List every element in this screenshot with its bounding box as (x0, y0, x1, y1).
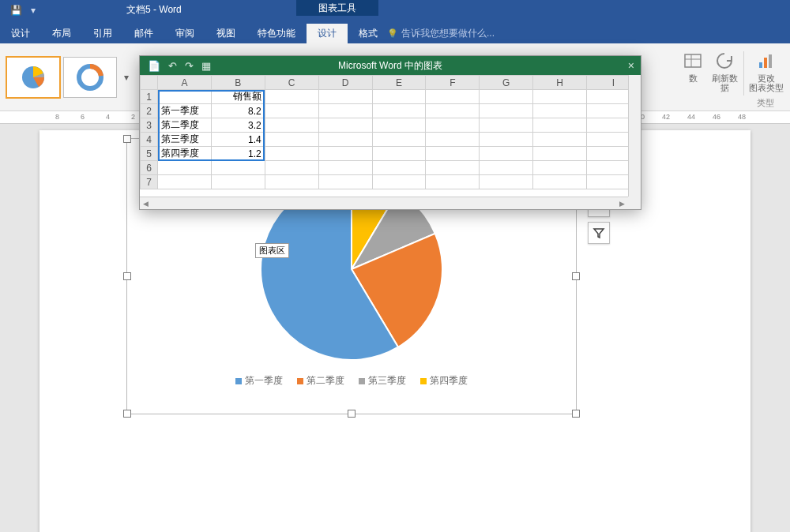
cell[interactable] (480, 133, 533, 147)
ms-save-icon[interactable]: 📄 (148, 60, 160, 72)
tab-layout[interactable]: 布局 (41, 24, 82, 43)
cell[interactable]: 3.2 (211, 118, 265, 133)
row-header[interactable]: 4 (141, 133, 158, 147)
row-header[interactable]: 1 (141, 90, 158, 104)
cell[interactable] (426, 133, 480, 147)
tab-view[interactable]: 视图 (205, 24, 246, 43)
cell[interactable] (372, 133, 426, 147)
cell[interactable] (533, 118, 587, 133)
cell[interactable] (372, 90, 426, 104)
cell[interactable] (265, 147, 318, 161)
cell[interactable] (318, 175, 372, 189)
column-header[interactable]: E (372, 76, 426, 90)
cell[interactable] (265, 161, 318, 175)
mini-sheet-scrollbar-h[interactable] (140, 197, 628, 209)
cell[interactable] (480, 147, 533, 161)
cell[interactable] (265, 104, 318, 118)
cell[interactable] (372, 147, 426, 161)
cell[interactable]: 第四季度 (158, 147, 212, 161)
row-header[interactable]: 5 (141, 147, 158, 161)
cell[interactable] (318, 104, 372, 118)
cell[interactable] (318, 133, 372, 147)
tab-chart-design[interactable]: 设计 (307, 24, 348, 43)
resize-handle[interactable] (123, 135, 131, 143)
cell[interactable]: 1.2 (211, 147, 265, 161)
resize-handle[interactable] (348, 410, 356, 418)
cell[interactable] (318, 147, 372, 161)
mini-sheet-titlebar[interactable]: 📄 ↶ ↷ ▦ Microsoft Word 中的图表 × (140, 56, 641, 75)
tab-design-1[interactable]: 设计 (0, 24, 41, 43)
cell[interactable] (158, 161, 212, 175)
chart-data-editor[interactable]: 📄 ↶ ↷ ▦ Microsoft Word 中的图表 × ABCDEFGHI1… (139, 55, 641, 210)
cell[interactable] (265, 175, 318, 189)
cell[interactable] (480, 161, 533, 175)
tab-special[interactable]: 特色功能 (246, 24, 307, 43)
cell[interactable] (533, 133, 587, 147)
cell[interactable] (480, 104, 533, 118)
mini-sheet-scrollbar-v[interactable] (628, 75, 641, 197)
cell[interactable] (533, 90, 587, 104)
column-header[interactable]: H (533, 76, 587, 90)
chart-style-2[interactable] (63, 57, 117, 98)
column-header[interactable]: F (426, 76, 480, 90)
refresh-data-button[interactable]: 刷新数据 (709, 47, 740, 100)
cell[interactable] (533, 104, 587, 118)
chart-legend[interactable]: 第一季度 第二季度 第三季度 第四季度 (127, 374, 576, 388)
change-chart-type-button[interactable]: 更改 图表类型 (747, 47, 785, 100)
cell[interactable] (372, 118, 426, 133)
cell[interactable] (426, 118, 480, 133)
cell[interactable] (480, 175, 533, 189)
cell[interactable] (211, 175, 265, 189)
dropdown-icon[interactable]: ▾ (27, 4, 40, 17)
row-header[interactable]: 2 (141, 104, 158, 118)
column-header[interactable]: D (318, 76, 372, 90)
cell[interactable]: 第二季度 (158, 118, 212, 133)
cell[interactable] (426, 161, 480, 175)
column-header[interactable]: A (158, 76, 212, 90)
resize-handle[interactable] (123, 272, 131, 280)
ms-redo-icon[interactable]: ↷ (185, 60, 194, 72)
cell[interactable]: 销售额 (211, 90, 265, 104)
tab-format[interactable]: 格式 (348, 24, 389, 43)
cell[interactable] (158, 175, 212, 189)
cell[interactable] (533, 175, 587, 189)
resize-handle[interactable] (123, 410, 131, 418)
tab-review[interactable]: 审阅 (164, 24, 205, 43)
cell[interactable] (265, 118, 318, 133)
row-header[interactable]: 6 (141, 161, 158, 175)
cell[interactable]: 1.4 (211, 133, 265, 147)
ms-grid-icon[interactable]: ▦ (201, 60, 211, 72)
resize-handle[interactable] (572, 272, 580, 280)
mini-sheet-resize-grip[interactable] (628, 197, 641, 209)
cell[interactable] (318, 90, 372, 104)
cell[interactable]: 第一季度 (158, 104, 212, 118)
cell[interactable]: 8.2 (211, 104, 265, 118)
cell[interactable] (265, 90, 318, 104)
cell[interactable] (318, 118, 372, 133)
mini-sheet-grid[interactable]: ABCDEFGHI1销售额2第一季度8.23第二季度3.24第三季度1.45第四… (140, 75, 641, 189)
cell[interactable] (318, 161, 372, 175)
tell-me-search[interactable]: 告诉我您想要做什么... (387, 27, 495, 40)
ms-undo-icon[interactable]: ↶ (168, 60, 177, 72)
column-header[interactable]: B (211, 76, 265, 90)
cell[interactable] (480, 90, 533, 104)
cell[interactable] (372, 104, 426, 118)
chart-filters-button[interactable] (588, 222, 610, 244)
cell[interactable] (426, 147, 480, 161)
cell[interactable] (533, 161, 587, 175)
cell[interactable] (426, 175, 480, 189)
close-icon[interactable]: × (628, 59, 634, 72)
row-header[interactable]: 3 (141, 118, 158, 133)
cell[interactable] (372, 161, 426, 175)
cell[interactable] (426, 104, 480, 118)
row-header[interactable]: 7 (141, 175, 158, 189)
cell[interactable] (265, 133, 318, 147)
cell[interactable] (480, 118, 533, 133)
resize-handle[interactable] (572, 410, 580, 418)
tab-mailings[interactable]: 邮件 (123, 24, 164, 43)
cell[interactable] (211, 161, 265, 175)
cell[interactable]: 第三季度 (158, 133, 212, 147)
tab-references[interactable]: 引用 (82, 24, 123, 43)
gallery-more-icon[interactable]: ▾ (124, 72, 129, 83)
cell[interactable] (372, 175, 426, 189)
